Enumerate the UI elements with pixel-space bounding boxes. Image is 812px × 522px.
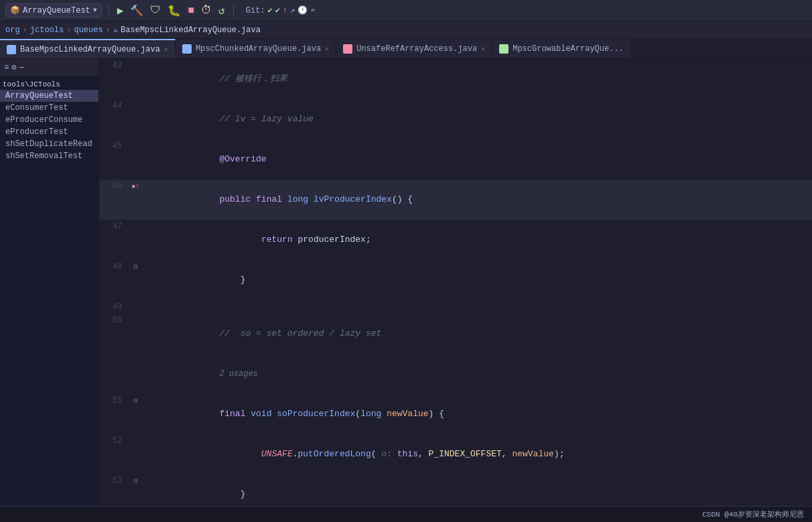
plain: producerIndex; <box>297 235 370 245</box>
breadcrumb-jctools[interactable]: jctools <box>30 25 64 35</box>
plain: , <box>418 449 429 459</box>
gutter <box>130 139 141 180</box>
table-row: 45 @Override <box>99 139 812 180</box>
project-selector[interactable]: 📦 ArrayQueueTest ▼ <box>5 3 102 17</box>
debug-button[interactable]: 🐛 <box>166 4 182 17</box>
line-number: 48 <box>99 260 130 300</box>
code-scroll[interactable]: 43 // 被移行，扫果 44 // lv = lazy value <box>99 59 812 506</box>
file-icon: ☕ <box>113 25 118 35</box>
plain: ) { <box>429 409 444 419</box>
fold-icon[interactable]: ⊟ <box>133 478 137 485</box>
reload-button[interactable]: ↺ <box>217 4 226 17</box>
comment: // 被移行，扫果 <box>219 74 287 84</box>
code-area: 43 // 被移行，扫果 44 // lv = lazy value <box>99 59 812 506</box>
sidebar-item-shsetremovaltest[interactable]: shSetRemovalTest <box>0 150 98 162</box>
gutter: ⊟ <box>130 260 141 300</box>
tab-close-icon[interactable]: ✕ <box>325 45 329 53</box>
sidebar-settings-icon[interactable]: ⚙ <box>11 62 16 72</box>
statusbar-text: CSDN @40岁资深老架构师尼恩 <box>702 509 804 519</box>
comment: // lv = lazy value <box>219 114 313 124</box>
coverage-button[interactable]: 🛡 <box>149 4 162 17</box>
tab-mpsc-chunked[interactable]: MpscChunkedArrayQueue.java ✕ <box>176 39 336 58</box>
param-hint: o: <box>381 449 392 459</box>
toolbar: 📦 ArrayQueueTest ▼ ▶ 🔨 🛡 🐛 ■ ⏱ ↺ Git: ✔ … <box>0 0 812 21</box>
fold-icon[interactable]: ⊟ <box>133 263 137 271</box>
table-row: 52 UNSAFE.putOrderedLong( o: this, P_IND… <box>99 434 812 474</box>
tab-base-mpsc[interactable]: BaseMpscLinkedArrayQueue.java ✕ <box>0 39 176 58</box>
sidebar: ≡ ⚙ — tools\JCTools ArrayQueueTest eCons… <box>0 59 99 506</box>
tab-close-icon[interactable]: ✕ <box>481 45 485 53</box>
run-button[interactable]: ▶ <box>116 4 125 17</box>
gutter <box>130 99 141 139</box>
keyword: this <box>397 449 418 459</box>
plain: ( <box>371 449 382 459</box>
tab-mpsc-growable[interactable]: MpscGrowableArrayQue... <box>492 39 631 58</box>
tab-close-icon[interactable]: ✕ <box>164 46 168 54</box>
plain <box>219 235 261 245</box>
code-line: final void soProducerIndex(long newValue… <box>141 394 812 434</box>
gutter <box>130 300 141 314</box>
sidebar-item-eproducerconsume[interactable]: eProducerConsume <box>0 114 98 126</box>
plain: } <box>219 275 245 285</box>
build-button[interactable]: 🔨 <box>129 4 145 17</box>
sidebar-item-eproducertest[interactable]: eProducerTest <box>0 126 98 138</box>
line-number: 45 <box>99 139 130 180</box>
tree-root: tools\JCTools <box>0 79 98 90</box>
function-name: soProducerIndex <box>277 409 355 419</box>
profile-button[interactable]: ⏱ <box>200 4 213 17</box>
comment: // so = set ordered / lazy set <box>219 328 381 338</box>
tab-unsafe-ref[interactable]: UnsafeRefArrayAccess.java ✕ <box>336 39 492 58</box>
plain: . <box>293 449 298 459</box>
plain: ); <box>554 449 565 459</box>
tab-java-icon <box>182 44 192 54</box>
sidebar-menu-icon[interactable]: ≡ <box>4 63 9 72</box>
sidebar-item-arrayqueuetest[interactable]: ArrayQueueTest <box>0 90 98 102</box>
line-number: 49 <box>99 300 130 314</box>
table-row: 44 // lv = lazy value <box>99 99 812 139</box>
code-line: UNSAFE.putOrderedLong( o: this, P_INDEX_… <box>141 434 812 474</box>
parameter: newValue <box>512 449 553 459</box>
git-label: Git: <box>246 6 265 15</box>
breadcrumb-file[interactable]: BaseMpscLinkedArrayQueue.java <box>121 25 261 35</box>
main-layout: ≡ ⚙ — tools\JCTools ArrayQueueTest eCons… <box>0 59 812 506</box>
breadcrumb: org › jctools › queues › ☕ BaseMpscLinke… <box>0 21 812 39</box>
keyword: final <box>256 194 287 204</box>
keyword: public <box>219 194 256 204</box>
breadcrumb-queues[interactable]: queues <box>74 25 103 35</box>
stop-button[interactable]: ■ <box>186 5 196 17</box>
sep: › <box>106 25 111 35</box>
plain: , <box>502 449 513 459</box>
constant: P_INDEX_OFFSET <box>429 449 502 459</box>
git-status: Git: ✔ ✔ ↑ ↗ 🕐 ↶ <box>246 5 316 15</box>
line-number: 46 <box>99 180 130 220</box>
line-number <box>99 354 130 394</box>
line-number: 53 <box>99 474 130 506</box>
sep1 <box>109 5 109 17</box>
keyword-type: void <box>251 409 277 419</box>
tab-mpsc-icon <box>499 44 509 54</box>
table-row: 46 ●↑ public final long lvProducerIndex(… <box>99 180 812 220</box>
breakpoint-icon[interactable]: ●↑ <box>131 183 139 190</box>
sidebar-item-econsumertest[interactable]: eConsumerTest <box>0 102 98 114</box>
table-row: 2 usages <box>99 354 812 394</box>
function-name: putOrderedLong <box>298 449 371 459</box>
fold-icon[interactable]: ⊟ <box>133 397 137 405</box>
sidebar-item-shsetduplicateread[interactable]: shSetDuplicateRead <box>0 138 98 150</box>
line-number: 43 <box>99 59 130 99</box>
sidebar-minimize-icon[interactable]: — <box>19 63 23 72</box>
tab-java-icon <box>7 45 16 54</box>
breadcrumb-org[interactable]: org <box>5 25 20 35</box>
plain <box>219 449 261 459</box>
tab-label: BaseMpscLinkedArrayQueue.java <box>20 45 160 54</box>
git-clock-icon: 🕐 <box>297 5 308 15</box>
line-number: 50 <box>99 314 130 354</box>
sep: › <box>23 25 27 35</box>
keyword: final <box>219 409 251 419</box>
statusbar: CSDN @40岁资深老架构师尼恩 <box>0 506 812 522</box>
plain: } <box>219 489 245 499</box>
keyword-type: long <box>287 194 314 204</box>
plain <box>392 449 397 459</box>
plain: () { <box>392 194 413 204</box>
tab-label: MpscChunkedArrayQueue.java <box>196 44 321 54</box>
code-line <box>141 300 812 314</box>
